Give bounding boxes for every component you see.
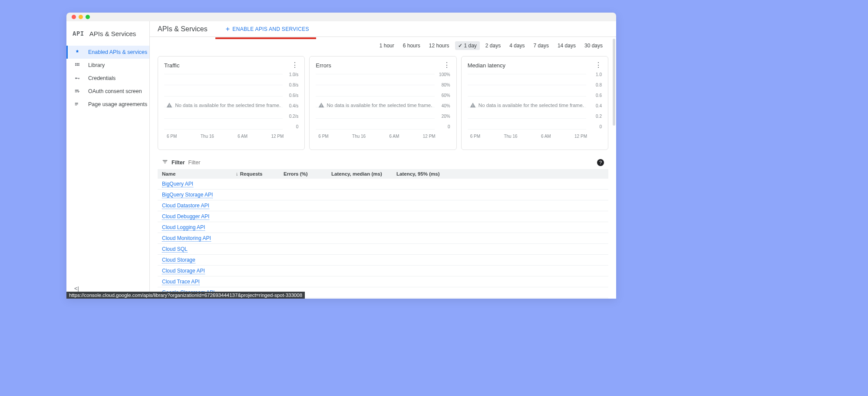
card-title: Median latency xyxy=(468,62,505,69)
plus-icon: + xyxy=(226,25,230,33)
filter-label: Filter xyxy=(172,160,185,166)
sidebar-item-library[interactable]: Library xyxy=(66,59,149,72)
nav-label: Library xyxy=(88,62,105,68)
highlight-underline xyxy=(215,37,316,39)
nav-label: Enabled APIs & services xyxy=(88,49,147,55)
filter-icon xyxy=(162,159,168,166)
more-icon[interactable]: ⋮ xyxy=(291,62,298,69)
time-chip-2-days[interactable]: 2 days xyxy=(482,41,504,50)
table-row: Cloud Datastore API xyxy=(158,200,608,211)
status-bar: https://console.cloud.google.com/apis/li… xyxy=(66,292,305,299)
more-icon[interactable]: ⋮ xyxy=(595,62,602,69)
window-frame: API APIs & Services Enabled APIs & servi… xyxy=(66,13,616,299)
sidebar-item-enabled-apis-services[interactable]: Enabled APIs & services xyxy=(66,46,149,59)
table-row: Cloud Storage xyxy=(158,255,608,266)
metric-card-errors: Errors⋮100%80%60%40%20%0No data is avail… xyxy=(309,56,456,150)
nav-label: Credentials xyxy=(88,75,116,81)
time-chip-4-days[interactable]: 4 days xyxy=(506,41,528,50)
y-axis: 100%80%60%40%20%0 xyxy=(439,72,450,129)
nav-icon xyxy=(74,62,80,68)
col-header-latency-median-ms-[interactable]: Latency, median (ms) xyxy=(327,169,392,179)
warning-icon xyxy=(318,102,324,108)
col-header-name[interactable]: Name xyxy=(158,169,231,179)
sidebar: API APIs & Services Enabled APIs & servi… xyxy=(66,21,150,299)
chart-area: 100%80%60%40%20%0No data is available fo… xyxy=(316,71,450,139)
page-title: APIs & Services xyxy=(158,25,208,33)
api-link[interactable]: Cloud Storage xyxy=(162,257,195,263)
nav-icon xyxy=(74,101,80,107)
filter-bar: Filter ? xyxy=(158,156,608,169)
time-chip-12-hours[interactable]: 12 hours xyxy=(426,41,452,50)
api-link[interactable]: Cloud Monitoring API xyxy=(162,235,211,242)
metric-card-traffic: Traffic⋮1.0/s0.8/s0.6/s0.4/s0.2/s0No dat… xyxy=(158,56,305,150)
chart-area: 1.00.80.60.40.20No data is available for… xyxy=(468,71,602,139)
sidebar-item-page-usage-agreements[interactable]: Page usage agreements xyxy=(66,98,149,111)
nav-icon xyxy=(74,88,80,94)
sort-arrow-icon: ↓ xyxy=(236,171,238,176)
nav-icon xyxy=(74,49,80,55)
sidebar-collapse-button[interactable]: <| xyxy=(74,285,79,292)
y-axis: 1.0/s0.8/s0.6/s0.4/s0.2/s0 xyxy=(289,72,299,129)
sidebar-item-oauth-consent-screen[interactable]: OAuth consent screen xyxy=(66,85,149,98)
window-titlebar xyxy=(66,13,616,21)
card-title: Errors xyxy=(316,62,331,69)
table-row: Cloud Debugger API xyxy=(158,211,608,222)
warning-icon xyxy=(470,102,476,108)
table-row: BigQuery API xyxy=(158,179,608,190)
time-range-selector: 1 hour6 hours12 hours✓1 day2 days4 days7… xyxy=(158,41,606,50)
time-chip-14-days[interactable]: 14 days xyxy=(554,41,579,50)
chart-area: 1.0/s0.8/s0.6/s0.4/s0.2/s0No data is ava… xyxy=(164,71,298,139)
table-row: BigQuery Storage API xyxy=(158,190,608,200)
col-header-requests[interactable]: ↓Requests xyxy=(231,169,279,179)
no-data-message: No data is available for the selected ti… xyxy=(468,102,586,108)
nav-label: OAuth consent screen xyxy=(88,88,142,94)
api-link[interactable]: Cloud SQL xyxy=(162,246,188,253)
check-icon: ✓ xyxy=(458,43,462,49)
api-table: Name↓RequestsErrors (%)Latency, median (… xyxy=(158,169,608,298)
nav-icon xyxy=(74,75,80,81)
api-link[interactable]: Cloud Logging API xyxy=(162,224,205,231)
table-row: Cloud Storage API xyxy=(158,266,608,276)
card-title: Traffic xyxy=(164,62,179,69)
table-row: Cloud SQL xyxy=(158,244,608,255)
scrollbar[interactable] xyxy=(613,39,615,126)
api-link[interactable]: Cloud Datastore API xyxy=(162,203,209,209)
enable-apis-button[interactable]: + ENABLE APIS AND SERVICES xyxy=(223,23,312,35)
metric-card-median-latency: Median latency⋮1.00.80.60.40.20No data i… xyxy=(461,56,608,150)
time-chip-1-day[interactable]: ✓1 day xyxy=(455,41,480,50)
x-axis: 6 PMThu 166 AM12 PM xyxy=(164,134,284,139)
more-icon[interactable]: ⋮ xyxy=(443,62,450,69)
window-minimize-icon[interactable] xyxy=(79,15,83,19)
time-chip-1-hour[interactable]: 1 hour xyxy=(376,41,397,50)
time-chip-30-days[interactable]: 30 days xyxy=(581,41,606,50)
filter-input[interactable] xyxy=(188,160,594,166)
topbar: APIs & Services + ENABLE APIS AND SERVIC… xyxy=(150,21,616,37)
svg-point-0 xyxy=(75,77,77,79)
sidebar-item-credentials[interactable]: Credentials xyxy=(66,72,149,85)
help-icon[interactable]: ? xyxy=(597,159,604,166)
api-link[interactable]: Cloud Storage API xyxy=(162,268,205,274)
col-header-latency-ms-[interactable]: Latency, 95% (ms) xyxy=(392,169,608,179)
api-link[interactable]: BigQuery API xyxy=(162,181,193,187)
time-chip-7-days[interactable]: 7 days xyxy=(531,41,552,50)
window-maximize-icon[interactable] xyxy=(86,15,90,19)
no-data-message: No data is available for the selected ti… xyxy=(316,102,434,108)
api-link[interactable]: Cloud Trace API xyxy=(162,279,200,285)
y-axis: 1.00.80.60.40.20 xyxy=(596,72,602,129)
nav-label: Page usage agreements xyxy=(88,101,147,107)
time-chip-6-hours[interactable]: 6 hours xyxy=(400,41,423,50)
api-link[interactable]: BigQuery Storage API xyxy=(162,192,213,198)
table-row: Cloud Monitoring API xyxy=(158,233,608,244)
x-axis: 6 PMThu 166 AM12 PM xyxy=(468,134,588,139)
col-header-errors-[interactable]: Errors (%) xyxy=(279,169,327,179)
table-row: Cloud Trace API xyxy=(158,276,608,287)
x-axis: 6 PMThu 166 AM12 PM xyxy=(316,134,436,139)
window-close-icon[interactable] xyxy=(72,15,76,19)
table-row: Cloud Logging API xyxy=(158,222,608,233)
enable-apis-label: ENABLE APIS AND SERVICES xyxy=(232,26,309,32)
api-link[interactable]: Cloud Debugger API xyxy=(162,213,209,220)
product-title: APIs & Services xyxy=(89,30,136,37)
content-area: 1 hour6 hours12 hours✓1 day2 days4 days7… xyxy=(150,37,616,299)
logo-icon: API xyxy=(73,30,84,37)
metrics-cards-row: Traffic⋮1.0/s0.8/s0.6/s0.4/s0.2/s0No dat… xyxy=(158,56,608,150)
